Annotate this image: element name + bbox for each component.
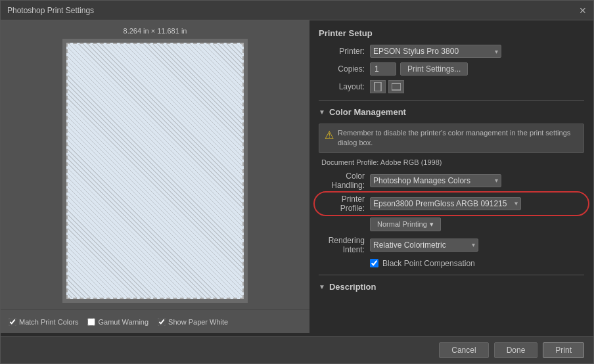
print-button[interactable]: Print — [543, 342, 584, 358]
dialog-title: Photoshop Print Settings — [7, 6, 94, 15]
layout-icons — [370, 80, 404, 93]
color-mgmt-title: Color Management — [329, 107, 406, 117]
rendering-intent-select-wrapper: Perceptual Saturation Relative Colorimet… — [370, 239, 478, 252]
color-handling-select[interactable]: Photoshop Manages Colors Printer Manages… — [370, 174, 501, 187]
dialog-footer: Cancel Done Print — [1, 336, 593, 363]
document-profile: Document Profile: Adobe RGB (1998) — [321, 158, 584, 166]
printer-select[interactable]: EPSON Stylus Pro 3800 — [370, 45, 501, 58]
color-mgmt-collapse-arrow[interactable]: ▼ — [319, 108, 325, 116]
printer-profile-row: Printer Profile: Epson3800 PremGloss ARG… — [319, 194, 584, 213]
match-print-colors-label: Match Print Colors — [19, 318, 78, 326]
printer-label: Printer: — [319, 47, 365, 56]
svg-rect-1 — [392, 83, 401, 90]
normal-printing-arrow: ▾ — [430, 220, 434, 229]
bottom-bar: Match Print Colors Gamut Warning Show Pa… — [1, 309, 309, 333]
printer-setup-header: Printer Setup — [319, 28, 584, 38]
copies-row: Copies: Print Settings... — [319, 62, 584, 76]
copies-input[interactable] — [370, 62, 396, 76]
description-title: Description — [329, 282, 377, 292]
right-panel: Printer Setup Printer: EPSON Stylus Pro … — [309, 20, 593, 336]
paper-size-label: 8.264 in × 11.681 in — [124, 27, 187, 35]
done-button[interactable]: Done — [494, 342, 538, 358]
rendering-intent-select[interactable]: Perceptual Saturation Relative Colorimet… — [370, 239, 478, 252]
match-print-colors-group[interactable]: Match Print Colors — [9, 318, 78, 326]
copies-label: Copies: — [319, 64, 365, 74]
color-mgmt-header: ▼ Color Management — [319, 107, 584, 117]
printer-select-wrapper: EPSON Stylus Pro 3800 — [370, 45, 501, 58]
layout-row: Layout: — [319, 80, 584, 93]
svg-rect-0 — [375, 82, 381, 91]
paper-outer — [62, 39, 248, 303]
warning-box: ⚠ Remember to disable the printer's colo… — [319, 124, 584, 153]
photoshop-print-settings-dialog: Photoshop Print Settings ✕ 8.264 in × 11… — [0, 0, 594, 364]
rendering-intent-label: Rendering Intent: — [319, 236, 365, 254]
print-settings-button[interactable]: Print Settings... — [400, 62, 468, 76]
color-management-section: ▼ Color Management ⚠ Remember to disable… — [319, 107, 584, 268]
show-paper-white-group[interactable]: Show Paper White — [158, 318, 228, 326]
show-paper-white-label: Show Paper White — [168, 318, 228, 326]
normal-printing-button[interactable]: Normal Printing ▾ — [370, 217, 441, 231]
paper-pattern — [68, 44, 242, 298]
bpc-label: Black Point Compensation — [382, 259, 475, 268]
layout-landscape-button[interactable] — [388, 80, 404, 93]
divider-1 — [319, 100, 584, 101]
paper-preview — [66, 43, 244, 299]
close-button[interactable]: ✕ — [579, 6, 587, 15]
gamut-warning-group[interactable]: Gamut Warning — [87, 318, 148, 326]
printer-row: Printer: EPSON Stylus Pro 3800 — [319, 45, 584, 58]
printer-setup-section: Printer Setup Printer: EPSON Stylus Pro … — [319, 28, 584, 93]
right-panel-wrapper: Printer Setup Printer: EPSON Stylus Pro … — [309, 20, 593, 336]
cancel-button[interactable]: Cancel — [439, 342, 488, 358]
color-handling-label: Color Handling: — [319, 171, 365, 190]
layout-portrait-button[interactable] — [370, 80, 386, 93]
bpc-checkbox[interactable] — [370, 259, 378, 267]
bpc-row: Black Point Compensation — [370, 259, 584, 268]
titlebar: Photoshop Print Settings ✕ — [1, 1, 593, 20]
printer-profile-label: Printer Profile: — [319, 194, 365, 213]
gamut-warning-label: Gamut Warning — [98, 318, 148, 326]
show-paper-white-checkbox[interactable] — [158, 318, 166, 326]
description-collapse-arrow[interactable]: ▼ — [319, 283, 325, 290]
normal-printing-row: Normal Printing ▾ — [319, 217, 584, 231]
color-handling-row: Color Handling: Photoshop Manages Colors… — [319, 171, 584, 190]
rendering-intent-row: Rendering Intent: Perceptual Saturation … — [319, 236, 584, 254]
description-section: ▼ Description — [319, 282, 584, 292]
preview-panel: 8.264 in × 11.681 in — [1, 20, 309, 309]
main-content: 8.264 in × 11.681 in Match Print Colors — [1, 20, 593, 336]
match-print-colors-checkbox[interactable] — [9, 318, 16, 326]
printer-profile-select-wrapper: Epson3800 PremGloss ARGB 091215 — [370, 197, 521, 210]
layout-label: Layout: — [319, 82, 365, 91]
color-handling-select-wrapper: Photoshop Manages Colors Printer Manages… — [370, 174, 501, 187]
normal-printing-label: Normal Printing — [377, 220, 427, 228]
divider-2 — [319, 275, 584, 275]
description-header: ▼ Description — [319, 282, 584, 292]
printer-profile-select[interactable]: Epson3800 PremGloss ARGB 091215 — [370, 197, 521, 210]
canvas-area — [7, 39, 303, 303]
warning-text: Remember to disable the printer's color … — [338, 128, 578, 148]
gamut-warning-checkbox[interactable] — [87, 318, 95, 326]
printer-setup-title: Printer Setup — [319, 28, 373, 38]
warning-icon: ⚠ — [325, 129, 334, 141]
